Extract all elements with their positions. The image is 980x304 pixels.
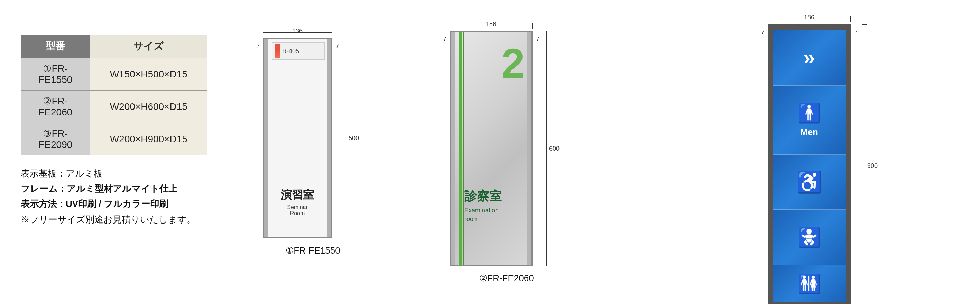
dim-left-2090: 7: [761, 24, 768, 304]
dim-height-val-2090: 900: [867, 162, 878, 169]
sign-2060-kanji: 診察室: [465, 188, 525, 205]
dim-left-val-2060: 7: [443, 36, 446, 42]
dim-right-1550: 7: [332, 38, 339, 238]
table-header-size: サイズ: [90, 35, 207, 58]
sign-2090-inner: » 🚹 Men ♿ 🚼 🚻: [768, 30, 851, 302]
dim-width-2090: 186: [804, 14, 815, 21]
dim-right-val: 7: [336, 43, 339, 49]
sign-2060-model-label: ②FR-FE2060: [479, 273, 534, 283]
sign-1550-with-dim: 7 R-405 演習室 SeminarRoom 7 500: [256, 38, 363, 238]
sign-2060-text: 診察室 Examinationroom: [465, 188, 525, 223]
sign-1550-roman: SeminarRoom: [281, 204, 314, 217]
dim-left-2060: 7: [442, 31, 450, 266]
dim-left-1550: 7: [256, 38, 263, 238]
frame-top-2090: [768, 24, 851, 30]
dim-width-2060: 186: [486, 21, 496, 28]
note-1: 表示基板：アルミ板: [21, 166, 215, 181]
sign-2090-men-section: 🚹 Men: [768, 85, 851, 154]
accessible-icon: ♿: [796, 170, 822, 195]
sign-1550-top: R-405: [264, 39, 331, 63]
dim-top-2090: 186: [768, 14, 851, 24]
table-row: ③FR-FE2090 W200×H900×D15: [21, 123, 207, 155]
sign-2090-bottom-section: 🚻: [768, 264, 851, 302]
sign-2060-roman: Examinationroom: [465, 206, 525, 223]
sign-2060-with-dim: 7 2 診察室 Examinationroom 7 600: [442, 31, 564, 266]
green-stripe-2: [463, 32, 465, 265]
dim-left-val-2090: 7: [762, 29, 765, 35]
table-row: ①FR-FE1550 W150×H500×D15: [21, 58, 207, 90]
sign-2060-number: 2: [501, 43, 525, 84]
table-header-model: 型番: [21, 35, 90, 58]
model-3: ③FR-FE2090: [21, 123, 90, 155]
dim-left-val: 7: [256, 43, 260, 49]
frame-bottom-2090: [768, 302, 851, 304]
dim-right-2090: 7: [851, 24, 858, 304]
dim-right-val-2090: 7: [854, 29, 858, 35]
size-2: W200×H600×D15: [90, 90, 207, 123]
baby-icon: 🚼: [798, 226, 821, 249]
model-1: ①FR-FE1550: [21, 58, 90, 90]
room-label-box: R-405: [272, 43, 325, 60]
left-section: 型番 サイズ ①FR-FE1550 W150×H500×D15 ②FR-FE20…: [21, 35, 215, 227]
sign-1550-bottom: 演習室 SeminarRoom: [281, 188, 314, 217]
sign-body-2090: » 🚹 Men ♿ 🚼 🚻: [768, 24, 851, 304]
green-stripe-1: [459, 32, 461, 265]
dim-width-1550: 136: [292, 28, 302, 35]
dim-height-val-1550: 500: [348, 135, 359, 142]
note-2: フレーム：アルミ型材アルマイト仕上: [21, 181, 215, 196]
men-label: Men: [800, 127, 818, 138]
dim-right-val-2060: 7: [536, 36, 539, 42]
sign-2060-wrapper: 186 7 2 診察室 Examinationroom 7 60: [442, 21, 564, 283]
sign-2090-with-dim: 7 » 🚹 Men ♿: [761, 24, 882, 304]
dim-height-val-2060: 600: [549, 145, 560, 152]
misc-icon: 🚻: [798, 273, 821, 294]
frame-right-2090: [846, 30, 851, 302]
double-arrow-icon: »: [803, 46, 815, 70]
spec-table: 型番 サイズ ①FR-FE1550 W150×H500×D15 ②FR-FE20…: [21, 35, 207, 155]
sign-1550-label-area: ①FR-FE1550: [263, 245, 363, 256]
frame-left-2090: [768, 30, 773, 302]
sign-body-1550: R-405 演習室 SeminarRoom: [263, 38, 332, 238]
men-person-icon: 🚹: [798, 102, 821, 124]
sign-2090-wrapper: 186 7 » 🚹 Men ♿: [761, 14, 882, 304]
size-3: W200×H900×D15: [90, 123, 207, 155]
sign-1550-wrapper: 136 7 R-405 演習室 SeminarRoom 7: [256, 28, 363, 256]
sign-body-2060: 2 診察室 Examinationroom: [450, 31, 533, 266]
size-1: W150×H500×D15: [90, 58, 207, 90]
sign-1550-model-label: ①FR-FE1550: [286, 245, 340, 256]
note-4: ※フリーサイズ別途お見積りいたします。: [21, 212, 215, 227]
room-color-bar: [275, 44, 280, 58]
dim-height-2060: 600: [543, 31, 564, 266]
sign-2090-baby-section: 🚼: [768, 209, 851, 264]
sign-2090-arrow-section: »: [768, 30, 851, 85]
model-2: ②FR-FE2060: [21, 90, 90, 123]
room-code: R-405: [282, 48, 299, 55]
dim-right-2060: 7: [533, 31, 539, 266]
dim-height-2090: 900: [861, 24, 882, 304]
dim-top-1550: 136: [263, 28, 332, 38]
notes-section: 表示基板：アルミ板 フレーム：アルミ型材アルマイト仕上 表示方法：UV印刷 / …: [21, 166, 215, 227]
dim-top-2060: 186: [450, 21, 533, 31]
table-row: ②FR-FE2060 W200×H600×D15: [21, 90, 207, 123]
sign-2060-label-area: ②FR-FE2060: [450, 273, 564, 283]
sign-1550-kanji: 演習室: [281, 188, 314, 203]
sign-2090-accessible-section: ♿: [768, 154, 851, 209]
dim-height-1550: 500: [342, 38, 363, 238]
note-3: 表示方法：UV印刷 / フルカラー印刷: [21, 196, 215, 211]
